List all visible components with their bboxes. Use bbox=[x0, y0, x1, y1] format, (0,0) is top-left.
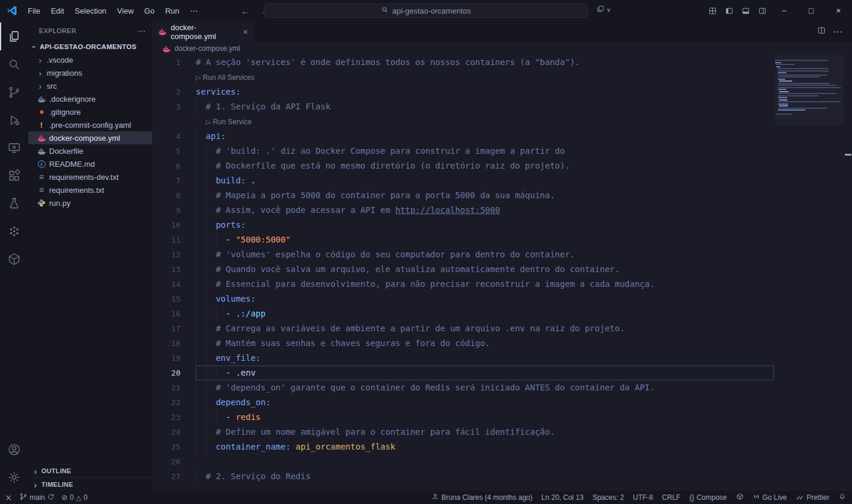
split-editor-icon[interactable] bbox=[817, 26, 826, 37]
code-line-14[interactable]: 14# Essencial para desenvolvimento, para… bbox=[152, 277, 852, 292]
line-number[interactable]: 17 bbox=[152, 321, 196, 336]
code-line-22[interactable]: 22depends_on: bbox=[152, 395, 852, 410]
tab-close-icon[interactable]: × bbox=[243, 27, 248, 37]
package-icon[interactable] bbox=[0, 245, 28, 273]
line-number[interactable]: 3 bbox=[152, 99, 196, 114]
branch-indicator[interactable]: main bbox=[20, 493, 54, 502]
problems-indicator[interactable]: ⊘ 0 △ 0 bbox=[62, 493, 88, 502]
remote-explorer-icon[interactable] bbox=[0, 134, 28, 161]
folder-src[interactable]: ›src bbox=[28, 79, 152, 92]
remote-window-button[interactable] bbox=[5, 494, 12, 502]
toggle-sidebar-icon[interactable] bbox=[721, 2, 737, 19]
file-requirements.txt[interactable]: ≡requirements.txt bbox=[28, 183, 152, 196]
code-line-10[interactable]: 10ports: bbox=[152, 218, 852, 232]
code-line-8[interactable]: 8# Mapeia a porta 5000 do container para… bbox=[152, 188, 852, 203]
code-line-4[interactable]: 4api: bbox=[152, 129, 852, 144]
code-line-15[interactable]: 15volumes: bbox=[152, 292, 852, 306]
account-icon[interactable] bbox=[0, 435, 28, 463]
tab-docker-compose[interactable]: docker-compose.yml × bbox=[152, 21, 254, 42]
line-number[interactable]: 24 bbox=[152, 425, 196, 440]
minimize-button[interactable]: − bbox=[770, 0, 798, 21]
codelens-run-service[interactable]: ▷ Run Service bbox=[206, 115, 251, 130]
menu-selection[interactable]: Selection bbox=[69, 4, 111, 18]
line-number[interactable]: 19 bbox=[152, 351, 196, 366]
code-line-16[interactable]: 16- .:/app bbox=[152, 306, 852, 321]
file-.pre-commit-config.yaml[interactable]: !.pre-commit-config.yaml bbox=[28, 118, 152, 131]
toggle-secondary-sidebar-icon[interactable] bbox=[754, 2, 770, 19]
code-line-11[interactable]: 11- "5000:5000" bbox=[152, 232, 852, 247]
line-number[interactable]: 26 bbox=[152, 454, 196, 469]
notifications-bell[interactable] bbox=[838, 493, 846, 502]
code-line-2[interactable]: 2services: bbox=[152, 85, 852, 99]
encoding[interactable]: UTF-8 bbox=[633, 493, 653, 502]
code-line-26[interactable]: 26 bbox=[152, 454, 852, 469]
line-number[interactable]: 22 bbox=[152, 395, 196, 410]
timeline-section[interactable]: › TIMELINE bbox=[28, 477, 152, 491]
line-number[interactable]: 10 bbox=[152, 218, 196, 232]
line-number[interactable]: 5 bbox=[152, 144, 196, 159]
menu-run[interactable]: Run bbox=[160, 4, 185, 18]
code-line-25[interactable]: 25container_name: api_orcamentos_flask bbox=[152, 440, 852, 454]
editor-pane[interactable]: 1# A seção 'services' é onde definimos t… bbox=[152, 55, 852, 491]
editor-more-actions[interactable]: ⋯ bbox=[833, 26, 843, 37]
settings-icon[interactable] bbox=[0, 463, 28, 491]
codelens-run-all-services[interactable]: ▷ Run All Services bbox=[196, 70, 254, 85]
code-line-24[interactable]: 24# Define um nome amigável para o conta… bbox=[152, 425, 852, 440]
line-number[interactable]: 9 bbox=[152, 203, 196, 218]
line-number[interactable]: 15 bbox=[152, 292, 196, 306]
code-line-18[interactable]: 18# Mantém suas senhas e chaves seguras … bbox=[152, 336, 852, 351]
prettier-status[interactable]: ✓✓ Prettier bbox=[796, 493, 830, 502]
line-number[interactable]: 20 bbox=[152, 366, 196, 380]
folder-migrations[interactable]: ›migrations bbox=[28, 66, 152, 79]
line-number[interactable]: 16 bbox=[152, 306, 196, 321]
line-number[interactable]: 6 bbox=[152, 159, 196, 173]
file-.gitignore[interactable]: .gitignore bbox=[28, 105, 152, 118]
menu-view[interactable]: View bbox=[112, 4, 139, 18]
explorer-more-actions[interactable]: ⋯ bbox=[138, 26, 146, 35]
file-docker-compose.yml[interactable]: docker-compose.yml bbox=[28, 131, 152, 144]
breadcrumb[interactable]: docker-compose.yml bbox=[152, 42, 852, 55]
code-line-20[interactable]: 20- .env bbox=[152, 366, 852, 380]
code-line-17[interactable]: 17# Carrega as variáveis de ambiente a p… bbox=[152, 321, 852, 336]
code-line-21[interactable]: 21# 'depends_on' garante que o container… bbox=[152, 380, 852, 395]
line-number[interactable]: 18 bbox=[152, 336, 196, 351]
testing-icon[interactable] bbox=[0, 189, 28, 217]
honeycomb-icon[interactable] bbox=[0, 217, 28, 245]
outline-section[interactable]: › OUTLINE bbox=[28, 464, 152, 477]
minimap-slider[interactable] bbox=[775, 55, 844, 126]
line-number[interactable]: 2 bbox=[152, 85, 196, 99]
code-line-6[interactable]: 6# Dockerfile que está no mesmo diretóri… bbox=[152, 159, 852, 173]
line-number[interactable]: 13 bbox=[152, 262, 196, 277]
line-number[interactable]: 21 bbox=[152, 380, 196, 395]
file-requirements-dev.txt[interactable]: ≡requirements-dev.txt bbox=[28, 170, 152, 183]
file-README.md[interactable]: iREADME.md bbox=[28, 157, 152, 170]
run-debug-icon[interactable] bbox=[0, 106, 28, 134]
menu-file[interactable]: File bbox=[22, 4, 46, 18]
code-line-12[interactable]: 12# 'volumes' espelha o código do seu co… bbox=[152, 247, 852, 262]
line-number[interactable]: 1 bbox=[152, 55, 196, 70]
line-number[interactable]: 27 bbox=[152, 469, 196, 484]
indentation[interactable]: Spaces: 2 bbox=[592, 493, 624, 502]
line-number[interactable]: 25 bbox=[152, 440, 196, 454]
line-number[interactable]: 12 bbox=[152, 247, 196, 262]
code-line-3[interactable]: 3# 1. Serviço da API Flask bbox=[152, 99, 852, 114]
menu-go[interactable]: Go bbox=[139, 4, 160, 18]
extensions-icon[interactable] bbox=[0, 161, 28, 189]
command-center-search[interactable]: api-gestao-orcamentos bbox=[264, 4, 588, 18]
back-button[interactable]: ← bbox=[241, 6, 250, 16]
container-tools-button[interactable] bbox=[736, 493, 744, 502]
code-line-23[interactable]: 23- redis bbox=[152, 410, 852, 425]
explorer-icon[interactable] bbox=[0, 22, 28, 50]
git-blame[interactable]: Bruna Clares (4 months ago) bbox=[431, 493, 532, 502]
code-line-5[interactable]: 5# 'build: .' diz ao Docker Compose para… bbox=[152, 144, 852, 159]
eol[interactable]: CRLF bbox=[662, 493, 680, 502]
customize-layout-icon[interactable] bbox=[704, 2, 721, 19]
language-mode[interactable]: {} Compose bbox=[689, 493, 727, 502]
code-line-13[interactable]: 13# Quando você salva um arquivo, ele at… bbox=[152, 262, 852, 277]
file-Dockerfile[interactable]: Dockerfile bbox=[28, 144, 152, 157]
code-line-9[interactable]: 9# Assim, você pode acessar a API em htt… bbox=[152, 203, 852, 218]
file-run.py[interactable]: run.py bbox=[28, 196, 152, 209]
source-control-icon[interactable] bbox=[0, 78, 28, 106]
folder-.vscode[interactable]: ›.vscode bbox=[28, 53, 152, 66]
search-icon[interactable] bbox=[0, 50, 28, 78]
